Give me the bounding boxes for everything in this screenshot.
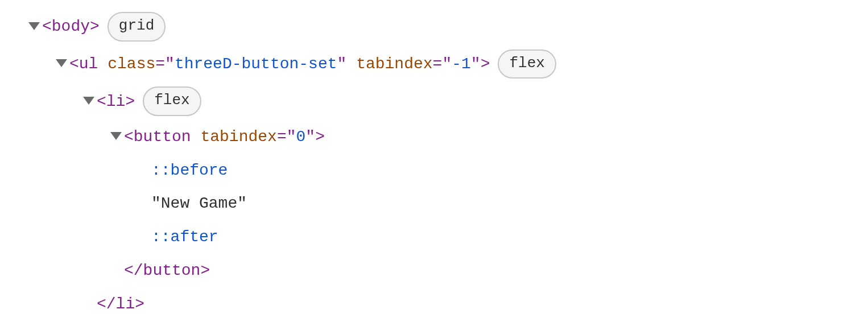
pseudo-element-label: ::before [151, 158, 228, 184]
disclosure-triangle-icon[interactable] [110, 132, 122, 140]
quote-open: " [287, 125, 296, 150]
quote-open: " [165, 52, 175, 77]
layout-badge-flex[interactable]: flex [498, 50, 556, 79]
tag-open-bracket: < [69, 52, 79, 77]
tag-open-bracket: < [97, 89, 106, 115]
text-node-content: "New Game" [151, 191, 247, 217]
dom-close-button[interactable]: </button> [28, 258, 868, 284]
attr-name-tabindex: tabindex [356, 52, 432, 77]
pseudo-after[interactable]: ::after [28, 225, 868, 250]
tag-name: li [106, 89, 126, 115]
attr-value-tabindex: 0 [296, 125, 306, 150]
dom-close-li[interactable]: </li> [28, 292, 868, 317]
quote-close: " [305, 125, 315, 150]
attr-value-tabindex: -1 [452, 52, 471, 77]
attr-value-class: threeD-button-set [175, 52, 337, 77]
tag-open-bracket: </ [124, 258, 143, 284]
equals-sign: = [277, 125, 287, 150]
attr-name-class: class [108, 52, 155, 77]
tag-close-bracket: > [125, 89, 135, 115]
layout-badge-grid[interactable]: grid [108, 12, 166, 42]
quote-close: " [337, 52, 347, 77]
dom-node-li[interactable]: <li> flex [28, 87, 868, 117]
tag-close-bracket: > [90, 14, 100, 40]
pseudo-element-label: ::after [151, 225, 218, 250]
tag-close-bracket: > [135, 292, 144, 317]
equals-sign: = [155, 52, 165, 77]
tag-name: li [116, 292, 135, 317]
quote-open: " [442, 52, 452, 77]
attr-name-tabindex: tabindex [200, 125, 276, 150]
quote-close: " [471, 52, 481, 77]
tag-close-bracket: > [200, 258, 210, 284]
disclosure-triangle-icon[interactable] [28, 22, 40, 30]
tag-name: button [134, 125, 191, 150]
tag-name: ul [79, 52, 98, 77]
disclosure-triangle-icon[interactable] [83, 97, 94, 105]
tag-open-bracket: < [124, 125, 134, 150]
tag-open-bracket: < [42, 14, 52, 40]
equals-sign: = [433, 52, 443, 77]
dom-node-button[interactable]: <button tabindex="0"> [28, 125, 868, 150]
tag-close-bracket: > [315, 125, 325, 150]
dom-node-body[interactable]: <body> grid [28, 13, 868, 42]
tag-open-bracket: </ [97, 292, 116, 317]
dom-tree: <body> grid <ul class="threeD-button-set… [0, 0, 868, 330]
tag-name: body [52, 14, 90, 40]
text-node[interactable]: "New Game" [28, 191, 868, 217]
dom-node-ul[interactable]: <ul class="threeD-button-set" tabindex="… [28, 50, 868, 80]
tag-name: button [143, 258, 201, 284]
disclosure-triangle-icon[interactable] [56, 59, 67, 67]
pseudo-before[interactable]: ::before [28, 158, 868, 184]
layout-badge-flex[interactable]: flex [143, 86, 201, 116]
tag-close-bracket: > [481, 52, 490, 77]
